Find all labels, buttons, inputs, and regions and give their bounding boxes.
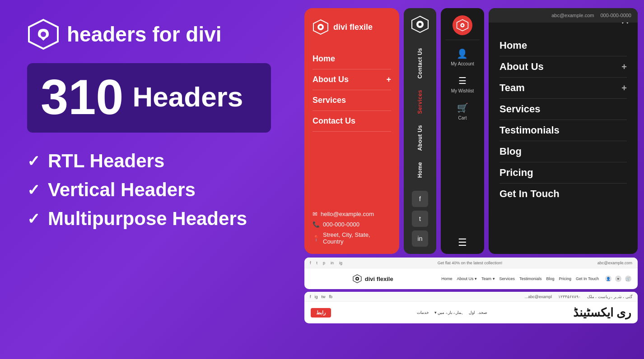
hbm-cart-icon[interactable]: 🛒 <box>625 276 631 282</box>
mobile-divi-logo <box>313 19 329 35</box>
mobile-email-line: ✉ hello@example.com <box>313 211 391 217</box>
mobile-menu-logo: divi flexile <box>313 19 391 35</box>
hbm-in-icon[interactable]: in <box>331 261 334 265</box>
rtl-nav-item-1[interactable]: صحدہ اول <box>469 310 487 315</box>
mobile-nav-services[interactable]: Services <box>313 90 391 111</box>
vsb-linkedin-icon[interactable]: in <box>412 230 428 247</box>
rtl-fb-icon[interactable]: f <box>310 295 311 299</box>
hbm-nav-pricing[interactable]: Pricing <box>559 276 572 281</box>
rtl-ig-icon[interactable]: ig <box>315 295 318 299</box>
hbm-brand-name: divi flexile <box>365 276 393 282</box>
rtl-fb2-icon[interactable]: fb <box>329 295 333 299</box>
rtl-nav-item-2[interactable]: ہمارے بارے میں ▾ <box>434 310 464 315</box>
hbm-nav-blog[interactable]: Blog <box>546 276 555 281</box>
rsb-account-item[interactable]: 👤 My Account <box>449 45 476 70</box>
dmp-nav-getintouch[interactable]: Get In Touch <box>499 184 627 204</box>
left-panel: headers for divi 310 Headers ✓ RTL Heade… <box>0 0 298 359</box>
hbm-logo-area: divi flexile <box>353 274 393 283</box>
dark-menu-content: ✕ Home About Us + Team + Services <box>499 35 627 204</box>
rtl-cta-button[interactable]: رابط <box>311 308 331 318</box>
vsb-label-about[interactable]: About Us <box>417 121 423 154</box>
vsb-social-icons: f t in <box>412 191 428 247</box>
dmp-nav-pricing[interactable]: Pricing <box>499 162 627 184</box>
dmp-email: abc@example.com <box>551 13 594 18</box>
check-icon-1: ✓ <box>27 153 40 169</box>
rtl-top-phone-text: ۱۲۳۴۵۶۷۸۹۰ <box>558 295 581 299</box>
cart-icon: 🛒 <box>457 102 468 113</box>
vsb-label-home[interactable]: Home <box>417 158 423 181</box>
rtl-brand-title: ری ایکسٹینڈ <box>573 306 631 320</box>
features-list: ✓ RTL Headers ✓ Vertical Headers ✓ Multi… <box>27 151 271 230</box>
hbm-pin-icon[interactable]: p <box>323 261 325 265</box>
mobile-address-line: 📍 Street, City, State, Country <box>313 231 391 245</box>
rsb-hamburger-icon[interactable]: ☰ <box>458 233 467 249</box>
rtl-top-bar: f ig tw fb گتی ، شہر ، ریاست ، ملک ۱۲۳۴۵… <box>304 292 638 302</box>
mobile-nav-about[interactable]: About Us + <box>313 69 391 90</box>
dmp-nav-team[interactable]: Team + <box>499 78 627 99</box>
check-icon-2: ✓ <box>27 182 40 198</box>
rtl-nav: صحدہ اول ہمارے بارے میں ▾ خدمات <box>417 310 487 315</box>
vsb-twitter-icon[interactable]: t <box>412 211 428 227</box>
wishlist-icon: ☰ <box>458 75 467 86</box>
hbm-user-icon[interactable]: 👤 <box>605 276 611 282</box>
feature-text-2: Vertical Headers <box>48 180 196 200</box>
hbm-top-email: abc@example.com <box>597 261 632 265</box>
rtl-top-address-text: گتی ، شہر ، ریاست ، ملک <box>587 295 632 299</box>
dmp-nav-blog[interactable]: Blog <box>499 141 627 162</box>
top-mockups-row: divi flexile Home About Us + Services Co… <box>304 8 638 254</box>
svg-point-10 <box>462 24 463 26</box>
mobile-nav-home[interactable]: Home <box>313 49 391 69</box>
hbm-nav: Home About Us ▾ Team ▾ Services Testimon… <box>441 276 599 281</box>
rsb-divider <box>445 40 480 40</box>
feature-vertical: ✓ Vertical Headers <box>27 180 271 200</box>
svg-point-1 <box>41 32 46 37</box>
dmp-nav-about[interactable]: About Us + <box>499 56 627 78</box>
dmp-nav-home[interactable]: Home <box>499 35 627 56</box>
right-panel: divi flexile Home About Us + Services Co… <box>298 0 644 359</box>
hbm-heart-icon[interactable]: ♥ <box>615 276 621 282</box>
feature-rtl: ✓ RTL Headers <box>27 151 271 171</box>
hbm-action-icons: 👤 ♥ 🛒 <box>605 276 631 282</box>
vsb-facebook-icon[interactable]: f <box>412 191 428 207</box>
vertical-sidebar-card: Contact Us Services About Us Home f t in <box>404 8 436 254</box>
rtl-tw-icon[interactable]: tw <box>322 295 326 299</box>
hbm-nav-testimonials[interactable]: Testimonials <box>519 276 542 281</box>
mobile-nav-contact[interactable]: Contact Us <box>313 111 391 132</box>
right-sidebar-card: 👤 My Account ☰ My Wishlist 🛒 Cart ☰ <box>441 8 484 254</box>
vsb-label-contact[interactable]: Contact Us <box>417 44 423 82</box>
count-box: 310 Headers <box>27 63 271 133</box>
header-main-bar: divi flexile Home About Us ▾ Team ▾ Serv… <box>304 268 638 289</box>
svg-point-7 <box>419 23 422 26</box>
feature-multipurpose: ✓ Multipurpose Headers <box>27 208 271 229</box>
divi-logo-icon <box>27 18 60 51</box>
dark-menu-info-bar: abc@example.com 000-000-0000 <box>489 8 638 23</box>
count-label: Headers <box>133 83 243 111</box>
mobile-brand-name: divi flexile <box>333 23 373 32</box>
svg-point-13 <box>356 278 358 280</box>
count-number: 310 <box>41 72 124 122</box>
header-top-bar: f t p in ig Get flat 40% on the latest c… <box>304 258 638 268</box>
dark-menu-nav-list: Home About Us + Team + Services Testimon <box>499 35 627 204</box>
hbm-fb-icon[interactable]: f <box>310 261 311 265</box>
rsb-logo-icon <box>453 15 472 35</box>
feature-text-3: Multipurpose Headers <box>48 208 247 229</box>
rtl-nav-item-3[interactable]: خدمات <box>417 310 429 315</box>
hbm-nav-home[interactable]: Home <box>441 276 452 281</box>
hbm-nav-about[interactable]: About Us ▾ <box>457 276 477 281</box>
rsb-wishlist-item[interactable]: ☰ My Wishlist <box>449 72 476 97</box>
hbm-nav-getintouch[interactable]: Get In Touch <box>576 276 599 281</box>
hbm-ig-icon[interactable]: ig <box>339 261 342 265</box>
vsb-logo-icon <box>411 15 429 33</box>
hbm-divi-logo <box>353 274 362 283</box>
account-icon: 👤 <box>457 48 468 59</box>
hbm-nav-services[interactable]: Services <box>499 276 515 281</box>
vsb-label-services[interactable]: Services <box>417 86 423 117</box>
hbm-tw-icon[interactable]: t <box>317 261 318 265</box>
dark-menu-panel: abc@example.com 000-000-0000 ✕ Home Abou… <box>489 8 638 254</box>
rsb-cart-item[interactable]: 🛒 Cart <box>455 99 470 124</box>
feature-text-1: RTL Headers <box>48 151 164 171</box>
dmp-nav-testimonials[interactable]: Testimonials <box>499 120 627 141</box>
hbm-promo-text: Get flat 40% on the latest collection! <box>438 261 503 265</box>
dmp-nav-services[interactable]: Services <box>499 99 627 120</box>
hbm-nav-team[interactable]: Team ▾ <box>481 276 495 281</box>
